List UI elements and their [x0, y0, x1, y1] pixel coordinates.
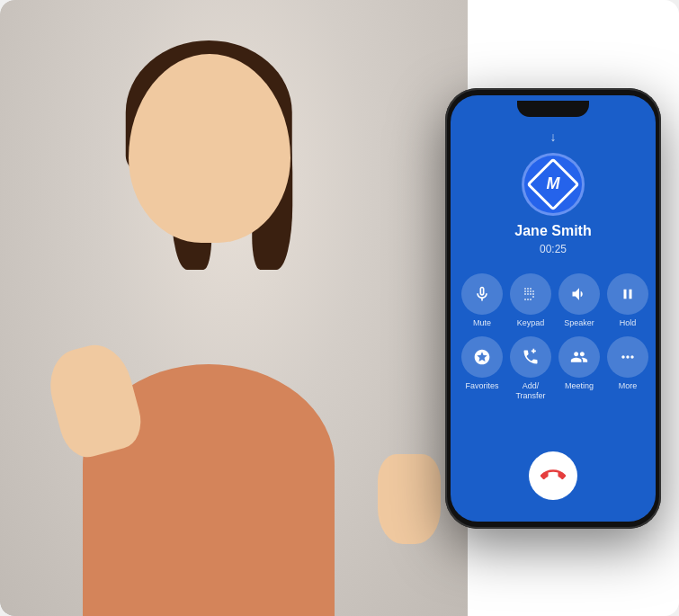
add-transfer-button[interactable]: Add/ Transfer	[510, 336, 551, 401]
phone-wrapper: ↓ M Jane Smith 00:25	[445, 88, 661, 529]
avatar-initials: M	[547, 174, 560, 193]
more-icon-circle	[607, 336, 648, 378]
call-duration: 00:25	[540, 243, 567, 255]
person-hand-right	[378, 454, 441, 544]
mute-button[interactable]: Mute	[461, 273, 503, 328]
end-call-button[interactable]	[529, 451, 577, 500]
favorites-label: Favorites	[465, 381, 498, 391]
speaker-button[interactable]: Speaker	[558, 273, 600, 328]
keypad-label: Keypad	[517, 318, 545, 328]
meeting-button[interactable]: Meeting	[558, 336, 600, 401]
caller-avatar: M	[522, 153, 585, 216]
phone-notch-area	[451, 95, 656, 122]
call-down-indicator: ↓	[550, 129, 557, 144]
meeting-label: Meeting	[565, 381, 594, 391]
speaker-icon-circle	[558, 273, 600, 315]
mute-icon-circle	[461, 273, 503, 315]
person-area	[0, 0, 468, 616]
mute-label: Mute	[473, 318, 491, 328]
speaker-label: Speaker	[564, 318, 594, 328]
hold-icon-circle	[607, 273, 648, 315]
caller-name: Jane Smith	[514, 223, 591, 239]
keypad-button[interactable]: Keypad	[510, 273, 551, 328]
more-label: More	[619, 381, 638, 391]
more-button[interactable]: More	[607, 336, 648, 401]
hold-button[interactable]: Hold	[607, 273, 648, 328]
scene: ↓ M Jane Smith 00:25	[0, 0, 679, 616]
meeting-icon-circle	[558, 336, 600, 378]
hold-label: Hold	[620, 318, 637, 328]
add-transfer-icon-circle	[510, 336, 551, 378]
avatar-logo: M	[524, 156, 582, 213]
favorites-button[interactable]: Favorites	[461, 336, 503, 401]
phone-screen: ↓ M Jane Smith 00:25	[451, 95, 656, 522]
favorites-icon-circle	[461, 336, 503, 378]
phone-notch	[517, 101, 589, 117]
keypad-icon-circle	[510, 273, 551, 315]
controls-row-1: Mute Keypad	[451, 273, 656, 328]
phone: ↓ M Jane Smith 00:25	[445, 88, 661, 529]
controls-row-2: Favorites Add/ Transfer	[451, 336, 656, 401]
add-transfer-label: Add/ Transfer	[515, 381, 545, 401]
